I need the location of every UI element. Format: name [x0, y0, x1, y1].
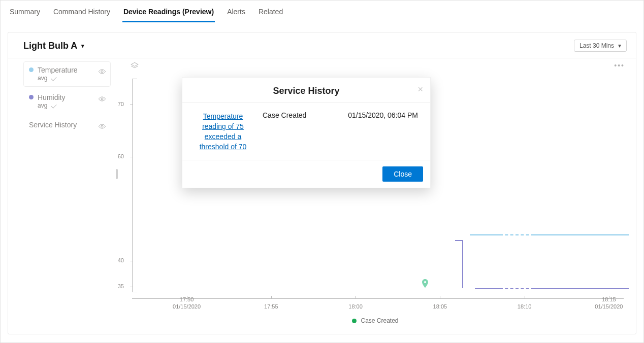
y-tick-label: 60 [110, 153, 124, 159]
footer-marker-label: Case Created [361, 317, 398, 324]
event-pin-icon[interactable] [421, 279, 429, 291]
tab-command-history[interactable]: Command History [52, 6, 111, 22]
chevron-down-icon [51, 75, 57, 81]
legend-name: Humidity [38, 93, 106, 101]
device-title-text: Light Bulb A [23, 41, 77, 51]
y-tick-label: 40 [110, 257, 124, 263]
modal-title: Service History [273, 86, 339, 96]
legend-agg: avg [38, 101, 47, 110]
legend-item-humidity[interactable]: Humidity avg [23, 89, 111, 114]
service-history-modal: Service History × Temperature reading of… [182, 77, 431, 188]
more-icon[interactable]: ••• [614, 61, 625, 70]
tab-summary[interactable]: Summary [9, 6, 41, 22]
readings-card: Light Bulb A ▾ Last 30 Mins ▾ Temperatur… [8, 32, 636, 334]
chevron-down-icon [51, 102, 57, 108]
close-button[interactable]: Close [382, 166, 423, 182]
swatch-icon [29, 67, 34, 72]
y-scroll-handle[interactable] [116, 169, 118, 179]
dot-icon [352, 319, 357, 323]
x-tick-label: 18:10 [518, 303, 532, 310]
legend-name: Service History [29, 121, 106, 129]
chart-footer-legend: Case Created [115, 317, 636, 324]
eye-icon[interactable] [98, 95, 106, 104]
device-title[interactable]: Light Bulb A ▾ [23, 41, 84, 51]
swatch-icon [29, 95, 34, 99]
x-tick-label: 18:05 [433, 303, 447, 310]
time-range-selector[interactable]: Last 30 Mins ▾ [574, 40, 627, 52]
eye-icon[interactable] [98, 68, 106, 76]
caret-down-icon: ▾ [618, 42, 621, 49]
tab-alerts[interactable]: Alerts [226, 6, 246, 22]
time-range-label: Last 30 Mins [579, 42, 614, 49]
alert-timestamp: 01/15/2020, 06:04 PM [348, 111, 420, 119]
y-tick-label: 35 [110, 283, 124, 289]
legend-item-temperature[interactable]: Temperature avg [23, 61, 111, 87]
tab-device-readings[interactable]: Device Readings (Preview) [122, 6, 215, 22]
legend-name: Temperature [38, 66, 106, 74]
tab-bar: Summary Command History Device Readings … [1, 1, 643, 23]
legend-panel: Temperature avg Humidity [8, 58, 115, 330]
legend-item-service-history[interactable]: Service History [23, 116, 111, 133]
x-tick-label: 17:55 [264, 303, 278, 310]
close-icon[interactable]: × [417, 85, 423, 94]
eye-icon[interactable] [98, 123, 106, 131]
app-frame: Summary Command History Device Readings … [0, 0, 644, 343]
alert-link[interactable]: Temperature reading of 75 exceeded a thr… [192, 111, 253, 152]
layers-icon[interactable] [130, 61, 139, 72]
alert-status: Case Created [263, 111, 306, 119]
x-tick-label: 18:00 [348, 303, 363, 310]
tab-related[interactable]: Related [257, 6, 284, 22]
legend-agg: avg [38, 74, 47, 82]
y-tick-label: 70 [110, 101, 124, 107]
caret-down-icon: ▾ [81, 43, 84, 49]
